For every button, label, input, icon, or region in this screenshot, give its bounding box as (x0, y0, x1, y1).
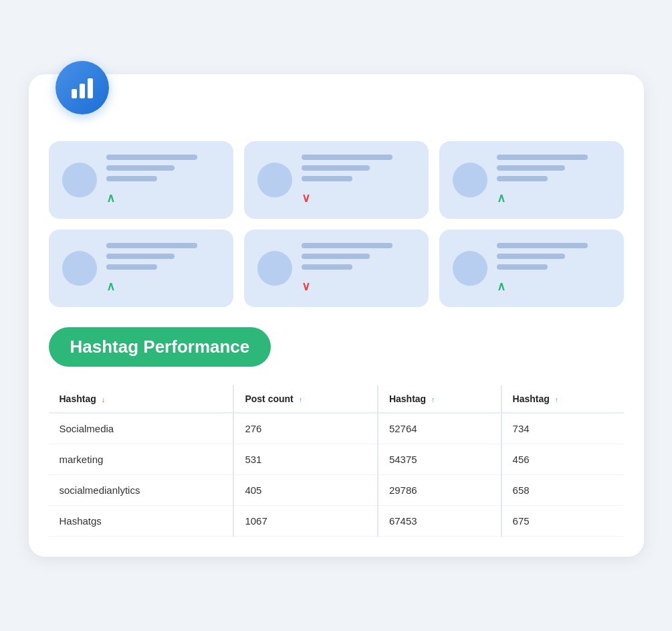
sort-icon-asc: ↑ (431, 395, 435, 403)
table-header-row: Hashtag ↓ Post count ↑ Hashtag ↑ Hashtag… (49, 385, 624, 413)
stat-card-3: ∧ (439, 141, 624, 219)
stat-line (106, 176, 158, 181)
table-cell-hashtag: Hashatgs (49, 506, 234, 537)
stat-line (302, 155, 393, 160)
section-title: Hashtag Performance (49, 327, 271, 367)
sort-icon-desc: ↓ (102, 395, 106, 403)
stat-card-2: ∨ (244, 141, 429, 219)
col-label-hashtag: Hashtag (60, 393, 96, 404)
table-cell-hashtag3: 658 (501, 475, 624, 506)
stat-line (302, 264, 353, 270)
sort-icon-asc: ↑ (299, 395, 303, 403)
stat-line (106, 165, 175, 171)
table-cell-hashtag2: 67453 (378, 506, 501, 537)
main-card: ∧ ∨ ∧ (29, 74, 644, 557)
table-cell-hashtag3: 456 (501, 444, 624, 475)
trend-arrow-down: ∨ (302, 279, 415, 294)
stat-line (302, 176, 353, 181)
table-cell-post_count: 531 (233, 444, 377, 475)
stat-line (497, 155, 588, 160)
sort-icon-asc: ↑ (555, 395, 559, 403)
table-cell-post_count: 405 (233, 475, 377, 506)
col-header-hashtag[interactable]: Hashtag ↓ (49, 385, 234, 413)
stat-line (497, 264, 548, 270)
table-cell-hashtag: Socialmedia (49, 413, 234, 444)
stat-card-4: ∧ (49, 230, 233, 307)
col-label-hashtag2: Hashtag (389, 393, 426, 404)
table-cell-post_count: 1067 (233, 506, 377, 537)
stat-content-4: ∧ (106, 243, 220, 294)
stat-line (302, 165, 370, 171)
stat-content-5: ∨ (302, 243, 415, 294)
trend-arrow-down: ∨ (302, 191, 415, 205)
svg-rect-1 (80, 84, 85, 98)
table-cell-hashtag2: 52764 (378, 413, 501, 444)
table-row: socialmedianlytics40529786658 (49, 475, 624, 506)
trend-arrow-up: ∧ (497, 191, 610, 205)
stat-line (106, 243, 197, 248)
table-cell-hashtag: marketing (49, 444, 234, 475)
col-header-hashtag2[interactable]: Hashtag ↑ (378, 385, 501, 413)
table-cell-hashtag2: 54375 (378, 444, 501, 475)
stat-line (106, 264, 158, 270)
stat-line (497, 176, 548, 181)
stat-avatar-3 (453, 163, 487, 197)
stat-content-3: ∧ (497, 155, 610, 205)
table-cell-hashtag2: 29786 (378, 475, 501, 506)
col-label-hashtag3: Hashtag (513, 393, 550, 404)
stat-line (302, 243, 393, 248)
table-cell-hashtag3: 675 (501, 506, 624, 537)
table-cell-post_count: 276 (233, 413, 377, 444)
svg-rect-2 (88, 78, 93, 98)
trend-arrow-up: ∧ (106, 191, 220, 205)
stat-card-6: ∧ (439, 230, 624, 307)
svg-rect-0 (72, 89, 77, 98)
col-header-hashtag3[interactable]: Hashtag ↑ (501, 385, 624, 413)
logo-circle (55, 61, 109, 114)
stat-line (302, 254, 370, 259)
stat-avatar-1 (62, 163, 97, 197)
table-row: marketing53154375456 (49, 444, 624, 475)
stat-content-2: ∨ (302, 155, 415, 205)
stat-content-1: ∧ (106, 155, 220, 205)
stat-avatar-6 (453, 251, 487, 286)
trend-arrow-up: ∧ (106, 279, 220, 294)
stat-avatar-4 (62, 251, 97, 286)
stat-card-5: ∨ (244, 230, 429, 307)
table-cell-hashtag3: 734 (501, 413, 624, 444)
stat-line (497, 165, 565, 171)
stat-avatar-2 (257, 163, 292, 197)
stat-line (497, 254, 565, 259)
stat-card-1: ∧ (49, 141, 233, 219)
stat-line (106, 254, 175, 259)
stat-line (106, 155, 197, 160)
col-header-post-count[interactable]: Post count ↑ (233, 385, 377, 413)
hashtag-table: Hashtag ↓ Post count ↑ Hashtag ↑ Hashtag… (49, 385, 624, 537)
col-label-post-count: Post count (245, 393, 293, 404)
table-row: Hashatgs106767453675 (49, 506, 624, 537)
table-cell-hashtag: socialmedianlytics (49, 475, 234, 506)
stat-content-6: ∧ (497, 243, 610, 294)
trend-arrow-up: ∧ (497, 279, 610, 294)
stats-grid: ∧ ∨ ∧ (49, 141, 624, 307)
stat-line (497, 243, 588, 248)
stat-avatar-5 (257, 251, 292, 286)
table-row: Socialmedia27652764734 (49, 413, 624, 444)
